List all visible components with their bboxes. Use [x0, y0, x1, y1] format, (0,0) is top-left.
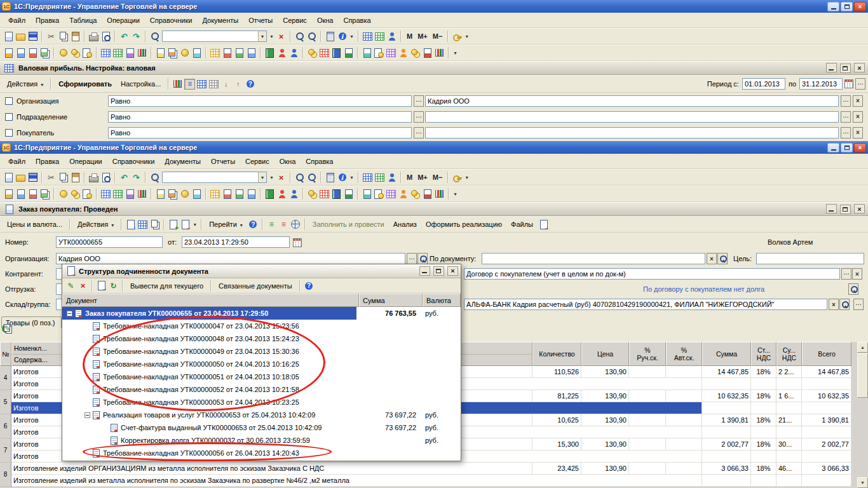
headers-view-icon[interactable]: [208, 79, 219, 90]
filter-checkbox[interactable]: [5, 129, 13, 137]
quick-search-input[interactable]: [163, 172, 258, 182]
memory-add-button[interactable]: М+: [415, 31, 430, 41]
goal-field[interactable]: [756, 253, 864, 264]
combo-dropdown-icon[interactable]: [258, 172, 266, 182]
combo-dropdown-icon[interactable]: [258, 31, 266, 41]
menu-item[interactable]: Сервис: [278, 15, 312, 26]
toolbar-overflow-icon[interactable]: [452, 189, 459, 199]
memory-subtract-button[interactable]: М−: [430, 31, 445, 41]
sales-chart-icon[interactable]: [434, 48, 445, 58]
filter-value-field[interactable]: [425, 111, 839, 123]
settings-button[interactable]: Настройка...: [116, 79, 165, 89]
undo-icon[interactable]: ↶: [119, 172, 130, 183]
filter-value-select-button[interactable]: [841, 127, 851, 139]
cut-icon[interactable]: ✂: [46, 31, 57, 42]
open-icon[interactable]: [15, 172, 26, 183]
date-field[interactable]: 23.04.2013 17:29:50: [182, 236, 290, 248]
column-header-number[interactable]: №: [0, 342, 11, 366]
tree-row[interactable]: Требование-накладная УТК00000048 от 23.0…: [62, 332, 461, 345]
by-document-field[interactable]: [482, 253, 705, 264]
filter-value-field[interactable]: [425, 127, 839, 139]
list-settings-icon[interactable]: [374, 31, 385, 42]
restore-button[interactable]: [841, 2, 853, 11]
users-icon[interactable]: [386, 172, 397, 183]
menu-item[interactable]: Операции: [64, 156, 107, 167]
report-doc-icon[interactable]: [125, 48, 135, 58]
scroll-down-button[interactable]: [857, 477, 868, 488]
goto-button[interactable]: Перейти: [205, 219, 247, 229]
column-header-currency[interactable]: Валюта: [423, 294, 461, 307]
chart-icon[interactable]: [137, 189, 147, 200]
debt-open-button[interactable]: [848, 283, 858, 295]
based-on-dropdown-icon[interactable]: [191, 219, 198, 229]
tree-row[interactable]: Счет-фактура выданный УТК00000653 от 25.…: [62, 421, 461, 434]
print-icon[interactable]: [88, 172, 99, 183]
restore-button[interactable]: [841, 143, 853, 152]
order-close-button[interactable]: [854, 204, 865, 214]
menu-item[interactable]: Окна: [275, 156, 301, 167]
price-doc-icon[interactable]: [362, 48, 372, 58]
open-document-icon[interactable]: ✎: [65, 280, 76, 291]
users-icon[interactable]: [386, 31, 397, 42]
excel-export-icon[interactable]: [343, 189, 354, 200]
close-button[interactable]: [854, 143, 866, 152]
fill-and-post-button[interactable]: Заполнить и провести: [308, 219, 389, 229]
save-icon[interactable]: [27, 31, 38, 42]
dialog-close-button[interactable]: [447, 266, 458, 276]
info-dropdown-icon[interactable]: [348, 172, 355, 182]
print-icon[interactable]: [88, 31, 99, 42]
save-icon[interactable]: [27, 172, 38, 183]
tree-row[interactable]: Требование-накладная УТК00000056 от 26.0…: [62, 447, 461, 459]
column-header-auto-discount[interactable]: % Авт.ск.: [666, 342, 702, 366]
sort-descending-icon[interactable]: ↓: [220, 79, 231, 90]
managers-icon[interactable]: [398, 48, 409, 58]
memory-recall-button[interactable]: М: [404, 31, 415, 41]
print-preview-icon[interactable]: [100, 31, 111, 42]
redo-icon[interactable]: ↷: [131, 31, 142, 42]
supplier-order-icon[interactable]: [27, 189, 38, 200]
payment-order-icon[interactable]: [82, 189, 93, 200]
cash-icon[interactable]: [58, 48, 69, 58]
tree-collapse-icon[interactable]: [65, 311, 74, 316]
titlebar[interactable]: 1С 1С:Предприятие - Управление Торговлей…: [0, 141, 868, 154]
help-icon[interactable]: [245, 79, 255, 90]
return-doc-icon[interactable]: [222, 189, 233, 200]
mutual-settlements-icon[interactable]: [307, 48, 318, 58]
period-to-field[interactable]: 31.12.2013: [799, 78, 843, 90]
matrix-table-icon[interactable]: [386, 189, 397, 200]
actions-button[interactable]: Действия: [73, 219, 118, 229]
table-settings-icon[interactable]: [362, 31, 373, 42]
filter-value-select-button[interactable]: [841, 111, 851, 123]
column-header-price[interactable]: Цена: [581, 342, 629, 366]
find-previous-icon[interactable]: [306, 172, 317, 183]
waybill-icon[interactable]: [191, 189, 202, 200]
calculator-icon[interactable]: [325, 172, 336, 183]
invoice-icon[interactable]: [155, 48, 166, 58]
currency-icon[interactable]: [410, 48, 421, 58]
analysis-table-icon[interactable]: [319, 48, 330, 58]
report-window-titlebar[interactable]: Валовая прибыль. Настройка: валовая: [0, 61, 868, 75]
order-minimize-button[interactable]: [826, 204, 837, 214]
cash-receipt-icon[interactable]: [374, 48, 384, 58]
go-to-document-icon[interactable]: [96, 280, 107, 291]
redo-icon[interactable]: ↷: [131, 172, 142, 183]
period-from-field[interactable]: 01.01.2013: [742, 78, 785, 90]
sales-chart-icon[interactable]: [434, 189, 445, 200]
contract-select-button[interactable]: [841, 268, 851, 280]
filter-operator-field[interactable]: Равно: [108, 127, 412, 139]
receipt-doc-icon[interactable]: [234, 189, 245, 200]
chart-icon[interactable]: [137, 48, 147, 58]
filter-value-clear-button[interactable]: [853, 111, 863, 123]
tree-row[interactable]: Требование-накладная УТК00000047 от 23.0…: [62, 320, 461, 332]
scroll-thumb[interactable]: [857, 353, 868, 398]
memory-add-button[interactable]: М+: [415, 172, 430, 182]
dialog-titlebar[interactable]: Структура подчиненности документа: [62, 264, 461, 278]
by-document-open-button[interactable]: [717, 253, 728, 264]
print-preview-icon[interactable]: [100, 172, 111, 183]
tree-collapse-icon[interactable]: [83, 412, 92, 418]
filter-operator-select-button[interactable]: [414, 95, 424, 107]
titlebar[interactable]: 1С 1С:Предприятие - Управление Торговлей…: [0, 0, 868, 13]
toolbar-overflow-icon[interactable]: [452, 48, 459, 58]
report-table-icon[interactable]: [210, 189, 220, 200]
key-icon[interactable]: [452, 172, 463, 183]
